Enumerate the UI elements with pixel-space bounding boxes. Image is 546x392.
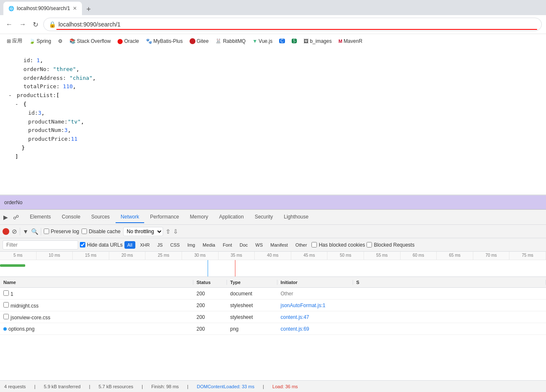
- json-line: totalPrice: 110,: [8, 82, 538, 91]
- tab-elements[interactable]: Elements: [25, 211, 56, 223]
- active-tab[interactable]: 🌐 localhost:9090/search/1 ✕: [3, 2, 82, 15]
- filter-img-button[interactable]: Img: [185, 241, 198, 249]
- col-header-initiator: Initiator: [277, 280, 353, 285]
- bookmark-label: Oracle: [124, 38, 139, 44]
- export-button[interactable]: ⇩: [173, 228, 178, 235]
- cell-status: 200: [193, 326, 227, 332]
- new-tab-button[interactable]: +: [83, 3, 95, 15]
- filter-doc-button[interactable]: Doc: [237, 241, 251, 249]
- filter-media-button[interactable]: Media: [200, 241, 218, 249]
- has-blocked-cookies-text: Has blocked cookies: [319, 242, 365, 248]
- back-button[interactable]: ←: [4, 19, 14, 30]
- tab-security[interactable]: Security: [250, 211, 278, 223]
- cell-initiator[interactable]: content.js:47: [277, 314, 353, 320]
- maven-icon: M: [338, 39, 342, 44]
- b-images-icon: 🖼: [303, 38, 309, 44]
- address-bar[interactable]: 🔒 localhost:9090/search/1: [43, 18, 542, 31]
- forward-button[interactable]: →: [18, 19, 28, 30]
- tab-network[interactable]: Network: [116, 211, 144, 223]
- json-line: productNum: 3,: [8, 126, 538, 135]
- filter-font-button[interactable]: Font: [220, 241, 235, 249]
- disable-cache-checkbox[interactable]: [82, 229, 87, 234]
- tab-close-button[interactable]: ✕: [73, 5, 77, 11]
- bookmark-rabbitmq[interactable]: 🐰 RabbitMQ: [213, 37, 248, 45]
- filter-button[interactable]: ▼: [23, 228, 29, 235]
- stackoverflow-icon: 📚: [69, 38, 76, 44]
- separator: [20, 228, 20, 235]
- separator: [41, 228, 41, 235]
- bookmark-stackoverflow[interactable]: 📚 Stack Overflow: [67, 37, 113, 45]
- url-text: localhost:9090/search/1: [58, 21, 536, 28]
- device-toolbar-button[interactable]: ☍: [11, 212, 21, 222]
- table-row[interactable]: options.png 200 png content.js:69: [0, 323, 546, 335]
- bookmark-mavenr[interactable]: M MavenR: [336, 37, 365, 45]
- inspect-element-button[interactable]: ▶: [2, 212, 10, 222]
- filter-js-button[interactable]: JS: [154, 241, 166, 249]
- timeline-label-40ms: 40 ms: [255, 252, 291, 260]
- table-row[interactable]: midnight.css 200 stylesheet jsonAutoForm…: [0, 300, 546, 311]
- row-checkbox[interactable]: [3, 302, 9, 308]
- filter-all-button[interactable]: All: [124, 241, 135, 249]
- record-button[interactable]: [3, 228, 9, 235]
- filter-manifest-button[interactable]: Manifest: [267, 241, 291, 249]
- filter-css-button[interactable]: CSS: [167, 241, 183, 249]
- blocked-requests-checkbox[interactable]: [367, 242, 372, 247]
- filter-ws-button[interactable]: WS: [253, 241, 266, 249]
- bookmark-c[interactable]: C: [277, 37, 287, 45]
- tab-console[interactable]: Console: [57, 211, 85, 223]
- cell-type: png: [227, 326, 277, 332]
- apps-icon: ⊞: [7, 38, 11, 44]
- table-row[interactable]: 1 200 document Other: [0, 288, 546, 300]
- tab-sources[interactable]: Sources: [86, 211, 115, 223]
- requests-count: 4 requests: [4, 384, 26, 389]
- filter-other-button[interactable]: Other: [293, 241, 310, 249]
- preserve-log-label[interactable]: Preserve log: [44, 229, 79, 234]
- row-checkbox[interactable]: [3, 314, 9, 319]
- filter-row: Hide data URLs All XHR JS CSS Img Media …: [0, 238, 546, 252]
- blocked-requests-label[interactable]: Blocked Requests: [367, 242, 414, 248]
- separator: |: [263, 384, 264, 389]
- import-button[interactable]: ⇧: [166, 228, 171, 235]
- row-checkbox[interactable]: [3, 290, 9, 296]
- bookmark-github[interactable]: ⚙: [55, 37, 65, 45]
- has-blocked-cookies-checkbox[interactable]: [311, 242, 317, 247]
- timeline-label-30ms: 30 ms: [182, 252, 219, 260]
- hide-data-urls-label[interactable]: Hide data URLs: [80, 242, 123, 248]
- bookmark-apps[interactable]: ⊞ 应用: [4, 36, 25, 46]
- reload-button[interactable]: ↻: [31, 19, 40, 30]
- devtools-panel: orderNo ▶ ☍ Elements Console Sources Net…: [0, 195, 546, 392]
- request-dot: [3, 327, 7, 331]
- bookmark-spring[interactable]: 🍃 Spring: [26, 37, 54, 45]
- table-row[interactable]: jsonview-core.css 200 stylesheet content…: [0, 311, 546, 323]
- hide-data-urls-checkbox[interactable]: [80, 242, 85, 247]
- preserve-log-checkbox[interactable]: [44, 229, 49, 234]
- bookmark-gitee[interactable]: Gitee: [187, 37, 211, 45]
- json-line: }: [8, 144, 538, 153]
- clear-button[interactable]: ⊘: [12, 228, 17, 235]
- bookmark-b-images[interactable]: 🖼 b_images: [301, 37, 334, 45]
- cell-initiator[interactable]: content.js:69: [277, 326, 353, 332]
- bookmark-mybatis[interactable]: 🐾 MyBatis-Plus: [143, 37, 185, 45]
- timeline-labels: 5 ms 10 ms 15 ms 20 ms 25 ms 30 ms 35 ms…: [0, 252, 546, 260]
- bookmark-s[interactable]: S: [289, 37, 300, 45]
- bookmark-oracle[interactable]: ⬤ Oracle: [115, 37, 141, 45]
- timeline-label-60ms: 60 ms: [401, 252, 437, 260]
- cell-type: stylesheet: [227, 314, 277, 320]
- cell-name: options.png: [0, 326, 193, 332]
- cell-initiator[interactable]: jsonAutoFormat.js:1: [277, 303, 353, 308]
- tab-application[interactable]: Application: [214, 211, 249, 223]
- filter-input[interactable]: [3, 240, 78, 250]
- search-button[interactable]: 🔍: [31, 228, 38, 235]
- timeline-area: 5 ms 10 ms 15 ms 20 ms 25 ms 30 ms 35 ms…: [0, 252, 546, 277]
- throttle-select[interactable]: No throttling Fast 3G Slow 3G: [123, 227, 163, 236]
- timeline-label-5ms: 5 ms: [0, 252, 37, 260]
- timeline-label-35ms: 35 ms: [219, 252, 255, 260]
- disable-cache-label[interactable]: Disable cache: [82, 229, 120, 234]
- filter-xhr-button[interactable]: XHR: [137, 241, 153, 249]
- bookmark-vuejs[interactable]: ▼ Vue.js: [250, 37, 275, 45]
- tab-lighthouse[interactable]: Lighthouse: [279, 211, 314, 223]
- url-underline-annotation: [56, 29, 537, 30]
- tab-performance[interactable]: Performance: [145, 211, 184, 223]
- has-blocked-cookies-label[interactable]: Has blocked cookies: [311, 242, 365, 248]
- tab-memory[interactable]: Memory: [185, 211, 213, 223]
